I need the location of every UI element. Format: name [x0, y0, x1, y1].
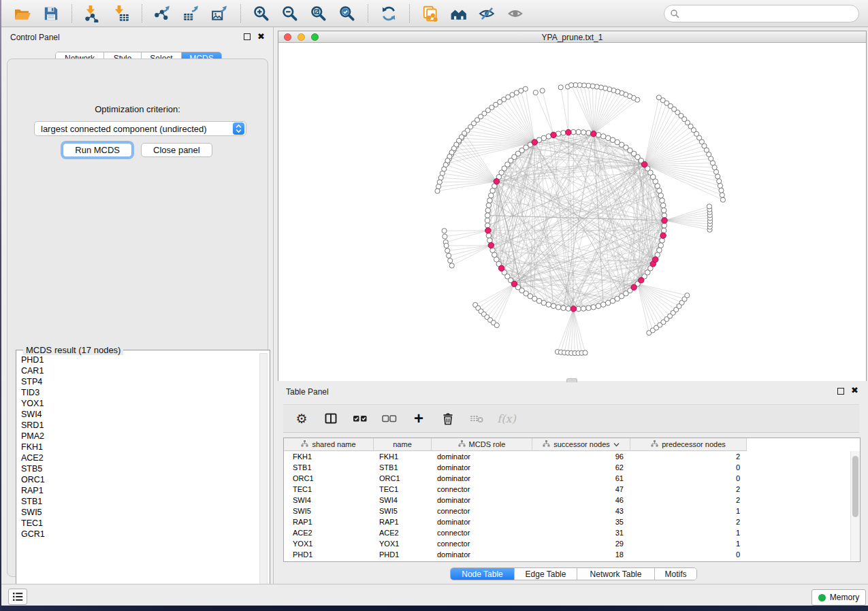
mcds-node-item[interactable]: SRD1 — [21, 420, 259, 431]
table-row[interactable]: SWI5SWI5connector431 — [284, 506, 850, 516]
network-node[interactable] — [442, 229, 447, 233]
network-node[interactable] — [661, 208, 666, 213]
network-node[interactable] — [720, 193, 724, 197]
network-node[interactable] — [447, 253, 451, 258]
table-row[interactable]: STB1STB1dominator620 — [284, 462, 850, 473]
network-node[interactable] — [605, 135, 611, 141]
network-node[interactable] — [719, 188, 724, 193]
network-node[interactable] — [658, 243, 664, 248]
network-node[interactable] — [569, 83, 574, 88]
save-session-icon[interactable] — [41, 3, 61, 24]
zoom-selected-icon[interactable] — [337, 3, 357, 24]
table-row[interactable]: PHD1PHD1dominator180 — [284, 549, 850, 560]
network-node[interactable] — [658, 193, 664, 199]
mcds-node-item[interactable]: SWI5 — [21, 507, 259, 518]
mcds-node[interactable] — [485, 228, 491, 233]
refresh-icon[interactable] — [379, 3, 399, 24]
run-mcds-button[interactable]: Run MCDS — [63, 143, 132, 157]
mcds-node-item[interactable]: YOX1 — [21, 398, 259, 409]
show-all-icon[interactable] — [506, 3, 526, 24]
mcds-node-item[interactable]: CAR1 — [21, 365, 259, 376]
network-node[interactable] — [448, 259, 453, 263]
table-row[interactable]: SWI4SWI4dominator462 — [284, 495, 850, 506]
table-row[interactable]: FKH1FKH1dominator962 — [284, 451, 850, 462]
zoom-out-icon[interactable] — [280, 3, 300, 24]
network-node[interactable] — [591, 305, 596, 310]
mcds-node[interactable] — [494, 178, 499, 184]
search-input[interactable] — [679, 7, 858, 20]
network-node[interactable] — [581, 130, 586, 135]
select-all-icon[interactable] — [351, 410, 369, 427]
mcds-node[interactable] — [631, 284, 637, 290]
mcds-node-item[interactable]: STB1 — [21, 496, 259, 507]
network-node[interactable] — [490, 188, 496, 194]
network-node[interactable] — [600, 134, 606, 139]
network-node[interactable] — [485, 208, 491, 213]
first-neighbors-icon[interactable] — [449, 3, 469, 24]
network-node[interactable] — [436, 184, 441, 189]
network-node[interactable] — [571, 129, 577, 135]
export-network-icon[interactable] — [152, 3, 173, 24]
mcds-node[interactable] — [551, 132, 556, 137]
column-header-MCDS-role[interactable]: MCDS role — [432, 438, 532, 450]
mcds-node-item[interactable]: PHD1 — [21, 354, 259, 365]
tab-edge-table[interactable]: Edge Table — [515, 568, 577, 580]
network-node[interactable] — [707, 204, 711, 209]
mcds-node-item[interactable]: ACE2 — [21, 452, 259, 463]
network-node[interactable] — [435, 188, 440, 193]
column-header-name[interactable]: name — [374, 438, 432, 450]
network-node[interactable] — [586, 306, 592, 311]
network-node[interactable] — [487, 198, 493, 203]
mcds-node[interactable] — [511, 281, 517, 286]
mcds-node-item[interactable]: RAP1 — [21, 485, 259, 496]
mcds-node[interactable] — [653, 257, 658, 262]
network-node[interactable] — [685, 293, 690, 298]
result-scrollbar[interactable] — [259, 353, 268, 599]
mcds-node[interactable] — [570, 306, 576, 312]
columns-icon[interactable] — [322, 410, 340, 427]
scrollbar-thumb[interactable] — [852, 456, 858, 517]
network-node[interactable] — [656, 95, 661, 100]
mcds-node-item[interactable]: GCR1 — [21, 529, 259, 540]
export-image-icon[interactable] — [210, 3, 230, 24]
mcds-node-item[interactable]: SWI4 — [21, 409, 259, 420]
network-node[interactable] — [718, 183, 722, 188]
mcds-node-item[interactable]: FKH1 — [21, 442, 259, 452]
delete-row-icon[interactable] — [439, 410, 457, 427]
table-row[interactable]: ORC1ORC1dominator610 — [284, 473, 850, 484]
search-box[interactable] — [664, 5, 859, 22]
network-node[interactable] — [596, 303, 601, 309]
clone-network-icon[interactable] — [420, 3, 440, 24]
mcds-node-item[interactable]: PMA2 — [21, 431, 259, 442]
mcds-result-list[interactable]: PHD1CAR1STP4TID3YOX1SWI4SRD1PMA2FKH1ACE2… — [17, 354, 259, 600]
table-scrollbar[interactable] — [850, 451, 860, 561]
network-node[interactable] — [485, 223, 490, 229]
optimization-criterion-select[interactable]: largest connected component (undirected) — [34, 121, 246, 136]
network-node[interactable] — [660, 198, 665, 203]
column-header-shared-name[interactable]: shared name — [284, 438, 374, 450]
mcds-node-item[interactable]: STP4 — [21, 376, 259, 387]
mcds-node-item[interactable]: TID3 — [21, 387, 259, 398]
close-panel-button[interactable]: Close panel — [141, 143, 212, 157]
column-header-successor-nodes[interactable]: successor nodes — [532, 438, 630, 450]
table-row[interactable]: TEC1TEC1connector472 — [284, 484, 850, 495]
network-node[interactable] — [661, 228, 666, 233]
network-node[interactable] — [533, 90, 538, 95]
mcds-node[interactable] — [591, 131, 596, 136]
import-network-icon[interactable] — [82, 3, 103, 24]
mcds-node[interactable] — [532, 139, 537, 145]
network-node[interactable] — [489, 193, 494, 199]
network-node[interactable] — [558, 85, 563, 90]
float-table-panel-icon[interactable] — [837, 388, 844, 395]
network-node[interactable] — [546, 302, 551, 308]
memory-button[interactable]: Memory — [811, 589, 866, 606]
network-node[interactable] — [576, 129, 581, 135]
network-node[interactable] — [717, 179, 722, 184]
tab-network-table[interactable]: Network Table — [577, 568, 655, 580]
mcds-node[interactable] — [488, 242, 494, 248]
tab-node-table[interactable]: Node Table — [451, 568, 515, 580]
mcds-node[interactable] — [566, 129, 571, 135]
network-node[interactable] — [566, 306, 571, 312]
table-row[interactable]: RAP1RAP1dominator352 — [284, 516, 850, 527]
network-node[interactable] — [540, 88, 545, 93]
